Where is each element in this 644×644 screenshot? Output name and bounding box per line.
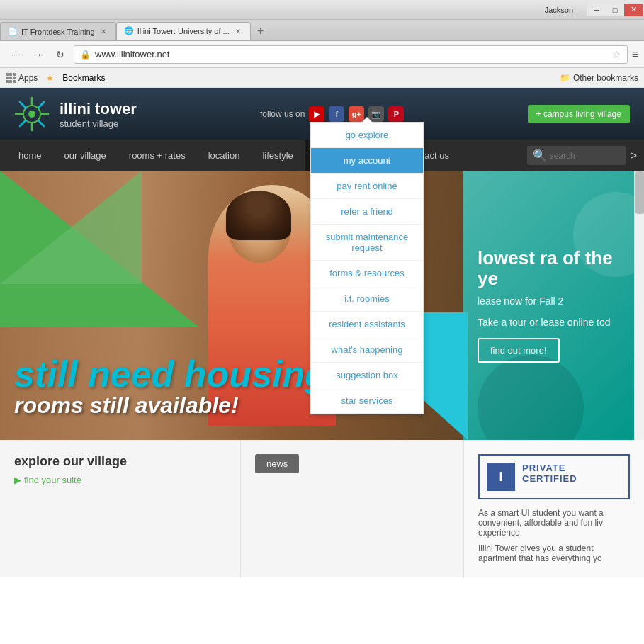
other-bookmarks[interactable]: 📁 Other bookmarks (560, 73, 638, 83)
hero-main-text: still need housing? (14, 356, 350, 392)
svg-line-6 (38, 120, 44, 126)
apps-bookmark[interactable]: Apps (6, 73, 38, 83)
nav-rooms-rates[interactable]: rooms + rates (118, 140, 197, 171)
private-certified: I PRIVATE CERTIFIED (478, 454, 630, 499)
tab-favicon-2: 🌐 (124, 26, 134, 36)
explore-arrow-icon: ▶ (14, 475, 21, 485)
right-text-2: Illini Tower gives you a student apartme… (478, 543, 630, 563)
campus-living-button[interactable]: + campus living village (528, 105, 630, 123)
tab-close-2[interactable]: ✕ (233, 26, 243, 36)
bookmarks-label[interactable]: Bookmarks (62, 73, 105, 83)
url-text: www.illinitower.net (95, 49, 608, 60)
tab-favicon-1: 📄 (8, 27, 18, 37)
window-controls: ─ □ ✕ (587, 4, 643, 16)
logo-area: illini tower student village (14, 96, 137, 132)
lock-icon: 🔒 (80, 50, 91, 60)
follow-label: follow us on (260, 109, 305, 119)
explore-link-label: find your suite (24, 475, 81, 485)
website-content: illini tower student village follow us o… (0, 88, 644, 644)
search-box[interactable]: 🔍 (527, 146, 626, 165)
youtube-icon[interactable]: ▶ (309, 106, 324, 122)
bottom-section: explore our village ▶ find your suite ne… (0, 440, 644, 577)
back-button[interactable]: ← (6, 45, 24, 64)
news-section: news (241, 440, 463, 577)
maximize-button[interactable]: □ (606, 4, 624, 16)
dropdown-go-explore[interactable]: go explore (311, 123, 423, 148)
bookmarks-bar: Apps ★ Bookmarks 📁 Other bookmarks (0, 68, 644, 88)
explore-link[interactable]: ▶ find your suite (14, 475, 226, 485)
apps-label: Apps (18, 73, 38, 83)
logo-title: illini tower (60, 100, 137, 118)
logo-text: illini tower student village (60, 100, 137, 129)
nav-location[interactable]: location (197, 140, 252, 171)
private-certified-label: PRIVATE CERTIFIED (522, 463, 621, 484)
svg-line-8 (20, 120, 26, 126)
tab-it-frontdesk[interactable]: 📄 IT Frontdesk Training ✕ (0, 22, 116, 40)
apps-grid-icon (6, 73, 16, 83)
dropdown-pay-rent-online[interactable]: pay rent online (311, 174, 423, 199)
dropdown-it-roomies[interactable]: i.t. roomies (311, 286, 423, 312)
user-label: Jackson (545, 6, 573, 14)
nav-home[interactable]: home (7, 140, 53, 171)
dropdown-my-account[interactable]: my account (311, 148, 423, 174)
dropdown-resident-assistants[interactable]: resident assistants (311, 312, 423, 337)
tabs-bar: 📄 IT Frontdesk Training ✕ 🌐 Illini Tower… (0, 20, 644, 41)
dropdown-forms-resources[interactable]: forms & resources (311, 261, 423, 286)
current-residents-dropdown: go explore my account pay rent online re… (310, 122, 424, 414)
svg-point-9 (28, 111, 35, 118)
scrollbar-thumb[interactable] (635, 171, 644, 214)
hero-right-panel: lowest ra of the ye lease now for Fall 2… (463, 171, 644, 440)
explore-section: explore our village ▶ find your suite (0, 440, 241, 577)
logo-icon (14, 96, 50, 132)
dropdown-whats-happening[interactable]: what's happening (311, 337, 423, 363)
pinterest-icon[interactable]: P (388, 106, 404, 122)
search-icon: 🔍 (533, 149, 547, 162)
search-input[interactable] (550, 151, 621, 161)
right-panel: I PRIVATE CERTIFIED As a smart UI studen… (463, 440, 644, 577)
svg-line-7 (38, 102, 44, 108)
private-certified-logo: I (487, 463, 515, 491)
find-out-button[interactable]: find out more! (478, 338, 560, 363)
address-bar[interactable]: 🔒 www.illinitower.net ☆ (74, 45, 628, 64)
nav-lifestyle[interactable]: lifestyle (251, 140, 304, 171)
bookmark-star-icon[interactable]: ☆ (612, 49, 621, 60)
other-bookmarks-label: Other bookmarks (573, 73, 638, 83)
close-button[interactable]: ✕ (624, 4, 643, 16)
bookmark-icon: ★ (46, 73, 54, 83)
title-bar: Jackson ─ □ ✕ (0, 0, 644, 20)
reload-button[interactable]: ↻ (51, 45, 69, 64)
dropdown-submit-maintenance[interactable]: submit maintenance request (311, 225, 423, 261)
scrollbar[interactable] (634, 171, 644, 440)
dropdown-suggestion-box[interactable]: suggestion box (311, 363, 423, 388)
new-tab-button[interactable]: + (251, 22, 271, 40)
tab-label-1: IT Frontdesk Training (21, 28, 95, 36)
tab-label-2: Illini Tower: University of ... (137, 27, 230, 35)
forward-button[interactable]: → (28, 45, 47, 64)
hero-text-overlay: still need housing? rooms still availabl… (14, 356, 350, 419)
tab-close-1[interactable]: ✕ (98, 27, 108, 37)
folder-icon: 📁 (560, 73, 570, 83)
nav-bar: ← → ↻ 🔒 www.illinitower.net ☆ ≡ (0, 41, 644, 68)
social-follow: follow us on ▶ f g+ 📷 P (260, 106, 404, 122)
hero-right-subheading: lease now for Fall 2 (478, 295, 563, 307)
nav-our-village[interactable]: our village (53, 140, 118, 171)
news-tab[interactable]: news (255, 454, 299, 473)
right-text-1: As a smart UI student you want a conveni… (478, 508, 630, 538)
svg-line-5 (20, 102, 26, 108)
tab-illinitower[interactable]: 🌐 Illini Tower: University of ... ✕ (116, 22, 251, 40)
explore-heading: explore our village (14, 454, 226, 469)
hero-right-body: Take a tour or lease online tod (478, 317, 611, 328)
dropdown-star-services[interactable]: star services (311, 388, 423, 414)
dropdown-refer-a-friend[interactable]: refer a friend (311, 199, 423, 225)
search-arrow[interactable]: > (631, 149, 637, 162)
browser-menu-icon[interactable]: ≡ (632, 48, 638, 61)
minimize-button[interactable]: ─ (587, 4, 606, 16)
hero-sub-text: rooms still available! (14, 392, 350, 419)
facebook-icon[interactable]: f (329, 106, 344, 122)
logo-subtitle: student village (60, 118, 137, 129)
hero-right-heading: lowest ra of the ye (478, 248, 630, 288)
